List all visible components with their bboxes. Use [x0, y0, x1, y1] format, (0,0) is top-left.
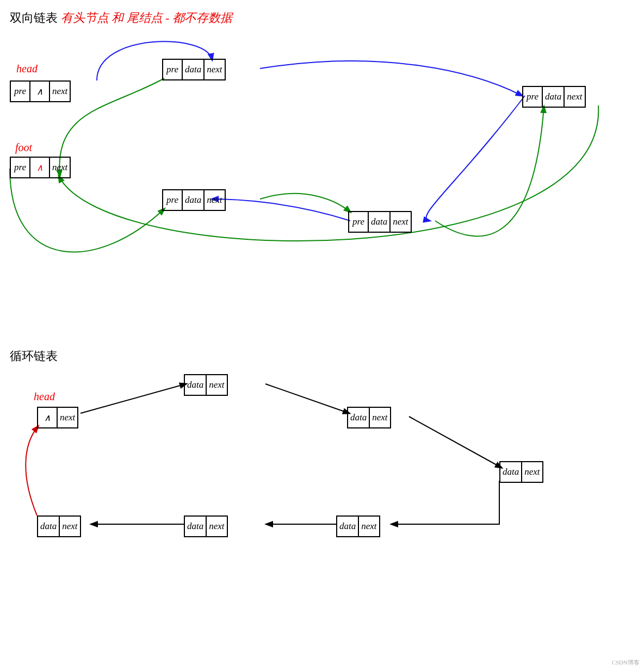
c-node3-data: data — [500, 462, 522, 482]
node3-data: data — [369, 212, 391, 232]
c-node5: data next — [336, 515, 380, 537]
c-head-data: ∧ — [38, 408, 58, 427]
c-head-next: next — [58, 408, 77, 427]
watermark: CSDN博客 — [612, 658, 640, 667]
foot-data: ∧ — [30, 158, 50, 177]
foot-node: pre ∧ next — [10, 157, 71, 178]
c-node6-next: next — [60, 517, 79, 536]
c-node1-next: next — [207, 375, 226, 395]
foot-next: next — [50, 158, 70, 177]
node-last: pre data next — [522, 86, 586, 108]
last-data: data — [543, 87, 565, 107]
head-label: head — [16, 63, 38, 75]
c-node4-next: next — [207, 517, 226, 536]
node1-next: next — [205, 60, 224, 79]
node3: pre data next — [348, 211, 412, 233]
head-node: pre ∧ next — [10, 80, 71, 102]
head-pre: pre — [11, 82, 30, 101]
c-node2: data next — [347, 407, 391, 428]
head-next: next — [50, 82, 70, 101]
node1-data: data — [183, 60, 205, 79]
last-next: next — [565, 87, 584, 107]
section-label: 循环链表 — [10, 348, 58, 364]
c-node2-data: data — [348, 408, 370, 427]
page-title: 双向链表 有头节点 和 尾结点 - 都不存数据 — [10, 10, 232, 26]
c-node5-next: next — [359, 517, 379, 536]
foot-pre: pre — [11, 158, 30, 177]
node2: pre data next — [162, 189, 226, 211]
c-head-node: ∧ next — [37, 407, 78, 428]
node2-pre: pre — [163, 190, 183, 210]
node3-pre: pre — [349, 212, 369, 232]
c-node6: data next — [37, 515, 81, 537]
node2-data: data — [183, 190, 205, 210]
c-node4-data: data — [185, 517, 207, 536]
node1: pre data next — [162, 59, 226, 80]
title-red: 有头节点 和 尾结点 - 都不存数据 — [61, 11, 232, 24]
foot-label: foot — [15, 141, 32, 154]
c-node6-data: data — [38, 517, 60, 536]
c-node5-data: data — [337, 517, 359, 536]
c-node1-data: data — [185, 375, 207, 395]
c-node2-next: next — [370, 408, 389, 427]
node3-next: next — [391, 212, 410, 232]
c-node4: data next — [184, 515, 228, 537]
title-black: 双向链表 — [10, 11, 58, 24]
node1-pre: pre — [163, 60, 183, 79]
c-node3: data next — [499, 461, 543, 483]
circular-head-label: head — [34, 390, 55, 403]
node2-next: next — [205, 190, 224, 210]
last-pre: pre — [523, 87, 543, 107]
head-data: ∧ — [30, 82, 50, 101]
c-node1: data next — [184, 374, 228, 396]
c-node3-next: next — [522, 462, 542, 482]
